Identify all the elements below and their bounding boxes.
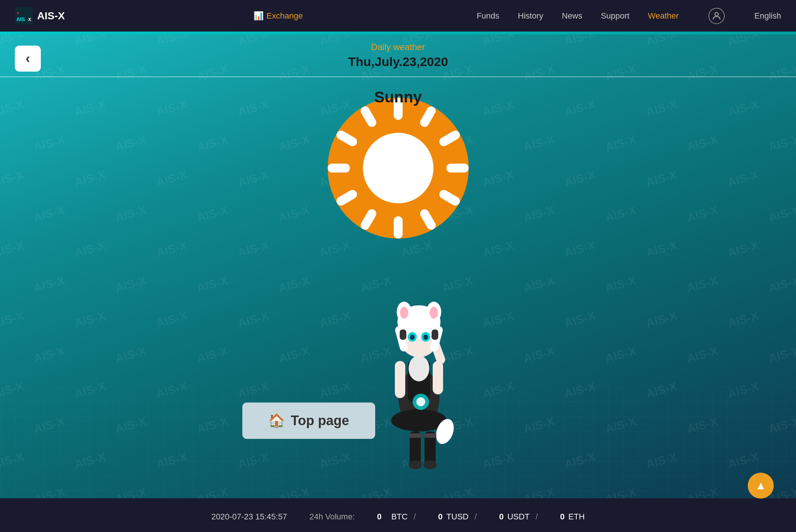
scroll-up-icon: ▲	[755, 479, 766, 492]
anime-character	[367, 220, 471, 480]
svg-point-31	[400, 307, 408, 319]
svg-point-23	[409, 355, 429, 381]
svg-text:AIS: AIS	[16, 16, 25, 22]
footer-eth: 0 ETH	[560, 512, 584, 522]
btc-value: 0	[377, 512, 381, 522]
user-icon[interactable]	[708, 8, 725, 24]
weather-header: Daily weather Thu,July.23,2020	[0, 35, 796, 69]
nav-funds[interactable]: Funds	[476, 11, 499, 21]
main-content: (function() { const container = document…	[0, 35, 796, 498]
svg-point-35	[410, 335, 415, 340]
exchange-icon: 📊	[253, 11, 263, 21]
logo-icon: ✦ AIS - X	[15, 7, 33, 25]
language-selector[interactable]: English	[754, 11, 781, 21]
weather-divider	[0, 76, 796, 77]
svg-rect-44	[400, 329, 406, 340]
tusd-value: 0	[438, 512, 443, 522]
svg-rect-25	[433, 361, 443, 394]
footer-timestamp: 2020-07-23 15:45:57	[211, 512, 287, 522]
nav-links: Funds History News Support Weather Engli…	[476, 8, 781, 24]
weather-date: Thu,July.23,2020	[0, 55, 796, 69]
svg-text:✦: ✦	[16, 11, 20, 15]
svg-rect-10	[446, 164, 469, 173]
volume-label: 24h Volume:	[309, 512, 355, 522]
btc-separator	[385, 512, 387, 522]
top-page-button[interactable]: 🏠 Top page	[242, 403, 375, 439]
svg-rect-48	[409, 433, 422, 438]
footer: 2020-07-23 15:45:57 24h Volume: 0 BTC / …	[0, 498, 796, 532]
svg-point-5	[715, 12, 718, 16]
tusd-label: TUSD	[446, 512, 469, 522]
svg-point-32	[430, 307, 438, 319]
footer-tusd: 0 TUSD /	[438, 512, 477, 522]
footer-btc: 0 BTC /	[377, 512, 416, 522]
footer-usdt: 0 USDT /	[499, 512, 538, 522]
svg-point-41	[409, 460, 422, 469]
sep2: /	[472, 512, 477, 522]
eth-label: ETH	[569, 512, 585, 522]
daily-weather-label: Daily weather	[0, 42, 796, 52]
sep1: /	[411, 512, 416, 522]
usdt-label: USDT	[507, 512, 530, 522]
weather-condition: Sunny	[0, 88, 796, 106]
logo-text: AIS-X	[37, 10, 65, 22]
top-accent-bar	[0, 32, 796, 35]
scroll-top-button[interactable]: ▲	[748, 473, 774, 499]
svg-rect-16	[328, 164, 350, 173]
svg-point-42	[423, 460, 437, 469]
eth-value: 0	[560, 512, 564, 522]
top-page-label: Top page	[291, 413, 349, 428]
svg-point-36	[423, 335, 428, 340]
nav-weather[interactable]: Weather	[648, 11, 679, 21]
home-icon: 🏠	[268, 413, 285, 428]
svg-rect-45	[432, 329, 438, 340]
logo-container: ✦ AIS - X AIS-X	[15, 7, 65, 25]
svg-rect-24	[395, 361, 405, 398]
nav-support[interactable]: Support	[601, 11, 629, 21]
navbar: ✦ AIS - X AIS-X 📊 Exchange Funds History…	[0, 0, 796, 32]
svg-point-19	[363, 133, 433, 203]
character-svg	[367, 220, 471, 480]
footer-volume-section: 24h Volume:	[309, 512, 355, 522]
nav-history[interactable]: History	[518, 11, 543, 21]
exchange-nav-item[interactable]: 📊 Exchange	[253, 11, 303, 21]
svg-rect-49	[424, 433, 436, 438]
svg-point-47	[416, 397, 425, 406]
usdt-value: 0	[499, 512, 504, 522]
btc-label: BTC	[391, 512, 407, 522]
sep3: /	[533, 512, 538, 522]
nav-news[interactable]: News	[562, 11, 582, 21]
svg-text:X: X	[28, 17, 31, 22]
exchange-label: Exchange	[266, 11, 303, 21]
